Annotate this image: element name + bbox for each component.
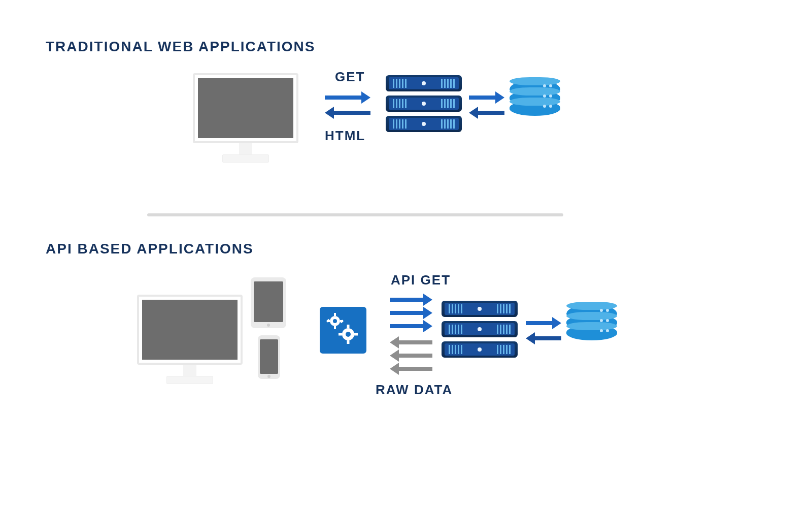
section-title-traditional: TRADITIONAL WEB APPLICATIONS (46, 39, 315, 55)
response-label-api: RAW DATA (376, 382, 453, 398)
tablet-icon (251, 277, 286, 328)
gears-icon (320, 307, 366, 354)
arrow-from-db-icon (469, 109, 504, 117)
request-label-traditional: GET (335, 69, 365, 85)
svg-point-1 (333, 319, 337, 323)
monitor-icon (193, 73, 298, 163)
arrow-request-icon (325, 93, 370, 102)
svg-rect-10 (347, 325, 350, 328)
svg-rect-2 (334, 313, 336, 316)
section-divider (147, 213, 563, 216)
phone-icon (258, 335, 280, 379)
svg-rect-11 (347, 340, 350, 344)
svg-rect-12 (339, 333, 342, 336)
arrow-api-response-icon (390, 352, 432, 360)
arrow-response-icon (325, 109, 370, 117)
arrow-api-request-icon (390, 296, 432, 304)
section-title-api: API BASED APPLICATIONS (46, 241, 254, 257)
svg-rect-3 (334, 326, 336, 329)
database-icon (510, 80, 560, 116)
svg-point-9 (346, 332, 351, 337)
arrow-to-db-icon (469, 93, 504, 102)
arrow-api-request-icon (390, 309, 432, 317)
request-label-api: API GET (391, 272, 451, 288)
svg-rect-13 (354, 333, 358, 336)
arrow-api-response-icon (390, 365, 432, 373)
arrow-api-request-icon (390, 322, 432, 330)
monitor-icon (137, 295, 243, 384)
response-label-traditional: HTML (325, 128, 365, 144)
database-icon (566, 305, 617, 340)
arrow-api-response-icon (390, 338, 432, 346)
arrow-from-db-icon (526, 334, 561, 342)
server-stack-icon (386, 75, 462, 136)
server-stack-icon (442, 301, 518, 362)
arrow-to-db-icon (526, 319, 561, 327)
